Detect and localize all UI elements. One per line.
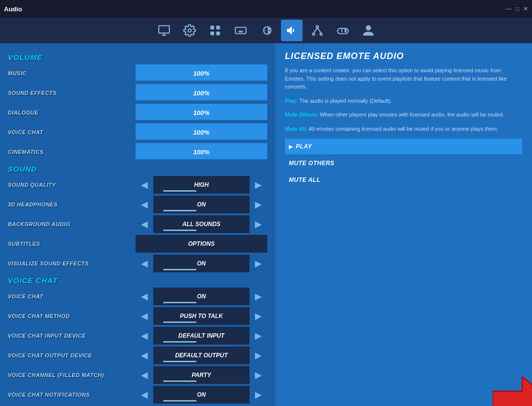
background-audio-label: BACKGROUND AUDIO [8,221,136,227]
sound-quality-slider [163,190,197,192]
minimize-button[interactable]: — [506,5,512,12]
voice-chat-output-right-arrow[interactable]: ▶ [250,347,267,364]
voice-chat-output-label: VOICE CHAT OUTPUT DEVICE [8,352,136,358]
sound-quality-left-arrow[interactable]: ◀ [136,176,153,194]
voice-chat-method-slider [163,321,197,323]
background-audio-right-arrow[interactable]: ▶ [250,215,267,233]
panel-play-section: Play: The audio is played normally (Defa… [285,97,522,105]
voice-channel-row: VOICE CHANNEL (FILLED MATCH) ◀ PARTY ▶ [8,366,267,384]
voice-chat-method-right-arrow[interactable]: ▶ [250,307,267,325]
voice-chat-output-row: VOICE CHAT OUTPUT DEVICE ◀ DEFAULT OUTPU… [8,347,267,364]
voice-chat-method-left-arrow[interactable]: ◀ [136,307,153,325]
nav-settings[interactable] [179,20,200,41]
panel-play-text: Play: The audio is played normally (Defa… [285,97,522,105]
music-volume-bar[interactable]: 100% [136,64,267,82]
background-audio-left-arrow[interactable]: ◀ [136,215,153,233]
play-arrow-icon: ▶ [289,144,293,150]
visualize-value: ON [153,255,250,272]
voice-chat-input-left-arrow[interactable]: ◀ [136,327,153,345]
voice-chat-input-row: VOICE CHAT INPUT DEVICE ◀ DEFAULT INPUT … [8,327,267,345]
titlebar-controls: — □ ✕ [506,5,528,12]
background-audio-row: BACKGROUND AUDIO ◀ ALL SOUNDS ▶ [8,215,267,233]
sound-quality-selector: ◀ HIGH ▶ [136,176,267,194]
cinematics-volume-bar[interactable]: 100% [136,143,267,161]
nav-network[interactable] [307,20,328,41]
headphones-selector: ◀ ON ▶ [136,196,267,213]
voice-channel-right-arrow[interactable]: ▶ [250,366,267,384]
headphones-row: 3D HEADPHONES ◀ ON ▶ [8,196,267,213]
maximize-button[interactable]: □ [516,5,519,12]
svg-rect-21 [337,29,348,34]
option-mute-all[interactable]: MUTE ALL [285,172,522,188]
option-play[interactable]: ▶ PLAY [285,139,522,154]
voice-chat-output-slider [163,361,197,362]
voice-channel-left-arrow[interactable]: ◀ [136,366,153,384]
headphones-value: ON [153,196,250,213]
background-audio-selector: ◀ ALL SOUNDS ▶ [136,215,267,233]
voice-chat-input-right-arrow[interactable]: ▶ [250,327,267,345]
headphones-right-arrow[interactable]: ▶ [250,196,267,213]
svg-point-17 [312,33,314,35]
visualize-left-arrow[interactable]: ◀ [136,255,153,272]
voice-chat-value: ON [153,288,250,305]
nav-keyboard[interactable] [230,20,252,41]
voice-notifications-value: ON [153,386,250,404]
close-button[interactable]: ✕ [523,5,528,12]
nav-gamepad[interactable] [332,20,354,41]
voice-chat-method-label: VOICE CHAT METHOD [8,313,136,319]
cinematics-row: CINEMATICS 100% [8,143,267,161]
subtitles-row: SUBTITLES OPTIONS [8,235,267,253]
option-mute-all-label: MUTE ALL [289,176,320,183]
mute-others-highlight: Mute Others: [285,112,318,117]
sound-quality-value: HIGH [153,176,250,194]
svg-line-20 [317,28,321,33]
sound-quality-label: SOUND QUALITY [8,182,136,188]
panel-title: LICENSED EMOTE AUDIO [285,51,522,61]
headphones-slider [163,210,197,211]
sound-effects-label: SOUND EFFECTS [8,90,136,96]
voice-chat-output-left-arrow[interactable]: ◀ [136,347,153,364]
app-title: Audio [4,5,22,13]
svg-point-15 [268,31,269,33]
voice-notifications-right-arrow[interactable]: ▶ [250,386,267,404]
headphones-left-arrow[interactable]: ◀ [136,196,153,213]
svg-point-16 [316,26,318,28]
nav-controller-alt[interactable] [255,20,277,41]
option-mute-others[interactable]: MUTE OTHERS [285,155,522,171]
cinematics-label: CINEMATICS [8,149,136,155]
headphones-label: 3D HEADPHONES [8,202,136,207]
voice-chat-volume-row: VOICE CHAT 100% [8,123,267,141]
voice-chat-label: VOICE CHAT [8,293,136,299]
volume-section-header: VOLUME [8,53,267,61]
voice-chat-right-arrow[interactable]: ▶ [250,288,267,305]
sound-effects-volume-bar[interactable]: 100% [136,84,267,102]
nav-display[interactable] [204,20,226,41]
voice-notifications-slider [163,400,197,402]
voice-chat-left-arrow[interactable]: ◀ [136,288,153,305]
voice-channel-value: PARTY [153,366,250,384]
voice-chat-volume-bar[interactable]: 100% [136,123,267,141]
visualize-right-arrow[interactable]: ▶ [250,255,267,272]
voice-channel-slider [163,380,197,382]
sound-quality-row: SOUND QUALITY ◀ HIGH ▶ [8,176,267,194]
nav-profile[interactable] [358,20,379,41]
voice-channel-selector: ◀ PARTY ▶ [136,366,267,384]
voice-chat-output-value: DEFAULT OUTPUT [153,347,250,364]
background-audio-value: ALL SOUNDS [153,215,250,233]
svg-rect-6 [210,31,214,35]
navbar [0,18,532,43]
voice-chat-input-slider [163,341,197,343]
dialogue-row: DIALOGUE 100% [8,104,267,121]
dialogue-volume-bar[interactable]: 100% [136,104,267,121]
svg-rect-8 [235,28,246,34]
voice-chat-slider [163,302,197,303]
nav-monitor[interactable] [153,20,175,41]
svg-point-25 [345,29,346,30]
panel-mute-others-section: Mute Others: When other players play emo… [285,111,522,119]
panel-mute-all-section: Mute All: All emotes containing licensed… [285,125,522,133]
voice-notifications-left-arrow[interactable]: ◀ [136,386,153,404]
nav-audio[interactable] [281,20,303,41]
sound-quality-right-arrow[interactable]: ▶ [250,176,267,194]
subtitles-options-btn[interactable]: OPTIONS [136,235,267,253]
panel-mute-others-text: Mute Others: When other players play emo… [285,111,522,119]
